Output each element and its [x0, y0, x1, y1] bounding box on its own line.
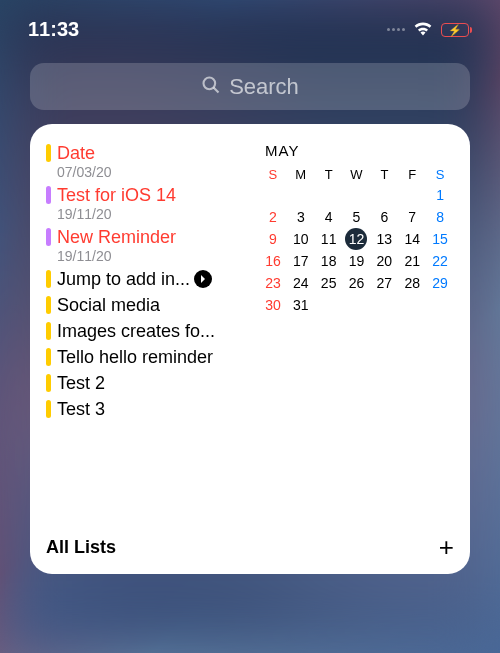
reminder-item[interactable]: New Reminder19/11/20 [46, 226, 245, 264]
reminder-text: Test for iOS 1419/11/20 [57, 184, 245, 222]
calendar-day[interactable]: 4 [315, 206, 343, 228]
reminder-color-pill [46, 374, 51, 392]
calendar-day[interactable]: 2 [259, 206, 287, 228]
calendar-day[interactable]: 20 [370, 250, 398, 272]
calendar-day[interactable]: 12 [343, 228, 371, 250]
wifi-icon [413, 20, 433, 40]
reminder-item[interactable]: Social media [46, 294, 245, 316]
reminder-date: 07/03/20 [57, 164, 245, 180]
widget-card: Date07/03/20Test for iOS 1419/11/20New R… [30, 124, 470, 574]
calendar-day [315, 184, 343, 206]
reminder-item[interactable]: Date07/03/20 [46, 142, 245, 180]
reminder-title: Jump to add in... [57, 268, 190, 290]
reminder-color-pill [46, 270, 51, 288]
status-bar: 11:33 ⚡ [0, 0, 500, 51]
reminder-text: Social media [57, 294, 245, 316]
reminder-text: Jump to add in... [57, 268, 245, 290]
calendar-day[interactable]: 10 [287, 228, 315, 250]
reminder-item[interactable]: Test 3 [46, 398, 245, 420]
calendar-day[interactable]: 13 [370, 228, 398, 250]
calendar-day[interactable]: 7 [398, 206, 426, 228]
calendar-day[interactable]: 28 [398, 272, 426, 294]
calendar-day[interactable]: 30 [259, 294, 287, 316]
calendar-day[interactable]: 3 [287, 206, 315, 228]
reminder-text: Date07/03/20 [57, 142, 245, 180]
calendar-day [370, 294, 398, 316]
calendar-header: T [315, 165, 343, 184]
reminder-color-pill [46, 322, 51, 340]
reminder-title: Test 3 [57, 398, 105, 420]
calendar-day[interactable]: 16 [259, 250, 287, 272]
calendar-header: M [287, 165, 315, 184]
search-icon [201, 75, 221, 99]
calendar-day [398, 184, 426, 206]
calendar-day[interactable]: 1 [426, 184, 454, 206]
search-bar[interactable]: Search [30, 63, 470, 110]
calendar-day[interactable]: 15 [426, 228, 454, 250]
calendar-widget: MAY SMTWTFS12345678910111213141516171819… [259, 142, 454, 524]
add-button[interactable]: + [439, 534, 454, 560]
calendar-day[interactable]: 9 [259, 228, 287, 250]
calendar-day[interactable]: 18 [315, 250, 343, 272]
search-placeholder: Search [229, 74, 299, 100]
reminder-item[interactable]: Tello hello reminder [46, 346, 245, 368]
reminder-color-pill [46, 228, 51, 246]
calendar-day[interactable]: 29 [426, 272, 454, 294]
reminder-color-pill [46, 348, 51, 366]
calendar-day[interactable]: 22 [426, 250, 454, 272]
reminder-item[interactable]: Images creates fo... [46, 320, 245, 342]
chevron-right-icon[interactable] [194, 270, 212, 288]
battery-icon: ⚡ [441, 23, 472, 37]
status-time: 11:33 [28, 18, 79, 41]
calendar-day[interactable]: 11 [315, 228, 343, 250]
calendar-day[interactable]: 14 [398, 228, 426, 250]
calendar-day[interactable]: 19 [343, 250, 371, 272]
reminder-date: 19/11/20 [57, 248, 245, 264]
reminder-text: New Reminder19/11/20 [57, 226, 245, 264]
calendar-day [398, 294, 426, 316]
calendar-day[interactable]: 8 [426, 206, 454, 228]
reminder-color-pill [46, 400, 51, 418]
calendar-day[interactable]: 31 [287, 294, 315, 316]
calendar-day[interactable]: 21 [398, 250, 426, 272]
reminder-item[interactable]: Test for iOS 1419/11/20 [46, 184, 245, 222]
reminder-text: Tello hello reminder [57, 346, 245, 368]
status-indicators: ⚡ [387, 20, 472, 40]
reminder-title: Images creates fo... [57, 320, 215, 342]
reminder-color-pill [46, 186, 51, 204]
reminders-list: Date07/03/20Test for iOS 1419/11/20New R… [46, 142, 245, 524]
calendar-day [343, 184, 371, 206]
reminder-title: Test 2 [57, 372, 105, 394]
signal-dots-icon [387, 28, 405, 31]
reminder-text: Test 2 [57, 372, 245, 394]
calendar-header: S [259, 165, 287, 184]
reminder-title: Tello hello reminder [57, 346, 213, 368]
calendar-day[interactable]: 5 [343, 206, 371, 228]
calendar-day[interactable]: 17 [287, 250, 315, 272]
reminder-item[interactable]: Test 2 [46, 372, 245, 394]
calendar-day [287, 184, 315, 206]
calendar-header: T [370, 165, 398, 184]
reminder-text: Images creates fo... [57, 320, 245, 342]
calendar-day[interactable]: 23 [259, 272, 287, 294]
calendar-header: F [398, 165, 426, 184]
calendar-header: S [426, 165, 454, 184]
calendar-day[interactable]: 24 [287, 272, 315, 294]
calendar-day[interactable]: 26 [343, 272, 371, 294]
calendar-day [259, 184, 287, 206]
reminder-text: Test 3 [57, 398, 245, 420]
calendar-day [315, 294, 343, 316]
svg-line-1 [214, 87, 219, 92]
calendar-day[interactable]: 25 [315, 272, 343, 294]
calendar-day [343, 294, 371, 316]
reminder-item[interactable]: Jump to add in... [46, 268, 245, 290]
all-lists-button[interactable]: All Lists [46, 537, 116, 558]
calendar-day[interactable]: 6 [370, 206, 398, 228]
reminder-title: Social media [57, 294, 160, 316]
calendar-header: W [343, 165, 371, 184]
calendar-day [370, 184, 398, 206]
reminder-title: New Reminder [57, 226, 176, 248]
calendar-grid: SMTWTFS123456789101112131415161718192021… [259, 165, 454, 316]
reminder-color-pill [46, 144, 51, 162]
calendar-day[interactable]: 27 [370, 272, 398, 294]
